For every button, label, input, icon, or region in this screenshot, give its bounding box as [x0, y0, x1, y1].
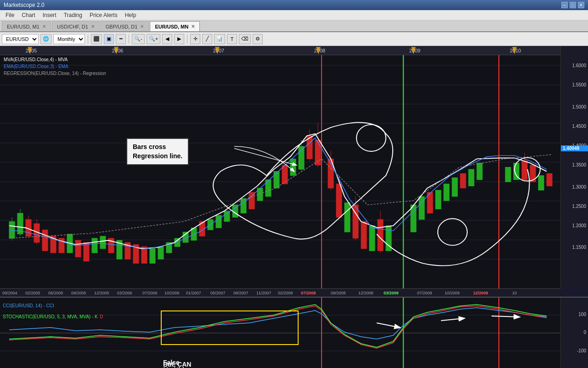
svg-rect-52: [175, 238, 180, 247]
price-1200: 1.2000: [572, 223, 586, 228]
titlebar: Marketscope 2.0 ─ □ ✕: [0, 0, 588, 10]
menu-trading[interactable]: Trading: [60, 11, 86, 19]
svg-rect-90: [452, 178, 458, 196]
scroll-right[interactable]: ▶: [174, 34, 184, 44]
tab-eurusd-mn[interactable]: EUR/USD, MN ✕: [150, 21, 200, 31]
svg-rect-77: [345, 203, 350, 232]
indicator-btn[interactable]: 📊: [214, 34, 225, 44]
time-09-2005: 09/2005: [71, 291, 86, 295]
tab-gbpusd-d1[interactable]: GBP/USD, D1 ✕: [101, 21, 149, 31]
separator-3: [187, 34, 187, 44]
svg-rect-88: [435, 190, 441, 209]
chart-type-candle[interactable]: ▣: [104, 34, 114, 44]
zoom-in[interactable]: 🔍+: [147, 34, 160, 44]
menu-price-alerts[interactable]: Price Alerts: [86, 11, 121, 19]
settings-btn[interactable]: ⚙: [253, 34, 263, 44]
svg-rect-100: [547, 173, 552, 186]
svg-rect-36: [42, 230, 48, 251]
time-07-2008: 07/2008: [301, 291, 316, 295]
svg-rect-99: [538, 176, 544, 190]
symbol-flag-btn[interactable]: 🌐: [40, 34, 51, 44]
crosshair-btn[interactable]: ✛: [190, 34, 200, 44]
svg-text:2010: 2010: [510, 48, 521, 53]
chart-type-line[interactable]: ━: [116, 34, 126, 44]
chart-type-bar[interactable]: ⬛: [91, 34, 102, 44]
svg-text:2009: 2009: [409, 48, 420, 53]
menu-file[interactable]: File: [2, 11, 18, 19]
profitable-annotation: But, CAN be profitable.: [163, 361, 194, 368]
price-1550: 1.5500: [572, 82, 586, 87]
scroll-left[interactable]: ◀: [162, 34, 172, 44]
price-1350: 1.3500: [572, 162, 586, 167]
tab-close-eurusd-mn[interactable]: ✕: [191, 24, 195, 29]
time-09-2008: 09/2008: [331, 291, 346, 295]
svg-rect-64: [274, 172, 279, 188]
svg-rect-93: [477, 163, 482, 179]
svg-rect-40: [75, 241, 81, 257]
svg-text:2008: 2008: [314, 48, 325, 53]
tab-close-gbpusd-d1[interactable]: ✕: [140, 24, 144, 29]
menu-insert[interactable]: Insert: [39, 11, 60, 19]
ind-price-neg100: -100: [577, 348, 586, 353]
chart-container[interactable]: 2005 2006 2007 2008 2009 2010 MVA(EUR/US…: [0, 46, 588, 288]
line-btn[interactable]: ╱: [202, 34, 212, 44]
tab-close-eurusd-m1[interactable]: ✕: [42, 24, 46, 29]
svg-rect-41: [84, 242, 89, 261]
ind-price-0: 0: [583, 330, 586, 335]
time-06-2005: 06/2005: [48, 291, 63, 295]
minimize-button[interactable]: ─: [561, 2, 568, 8]
timeframe-select[interactable]: Monthly M1M5H1D1W1: [53, 34, 85, 44]
time-09-2004: 09/2004: [2, 291, 17, 295]
stoch-d-label: D: [100, 314, 103, 319]
indicator-panel: CCI(EUR/USD, 14) - CCI STOCHASTIC(EUR/US…: [0, 297, 588, 368]
time-07-2009: 07/2009: [417, 291, 432, 295]
text-btn[interactable]: T: [227, 34, 237, 44]
time-11-2007: 11/2007: [256, 291, 271, 295]
price-1500: 1.5000: [572, 104, 586, 109]
indicator-label-mva: MVA(EUR/USD.Close,4) - MVA: [4, 56, 106, 63]
svg-rect-50: [158, 247, 164, 259]
eraser-btn[interactable]: ⌫: [239, 34, 251, 44]
time-03-2006: 03/2006: [117, 291, 132, 295]
price-1450: 1.4500: [572, 123, 586, 128]
indicator-label-ema: EMA(EUR/USD.Close,3) - EMA: [4, 63, 106, 70]
time-08-2007: 08/2007: [233, 291, 249, 295]
tabbar: EUR/USD, M1 ✕ USD/CHF, D1 ✕ GBP/USD, D1 …: [0, 20, 588, 32]
price-1250: 1.2500: [572, 203, 586, 208]
time-01-2007: 01/2007: [186, 291, 201, 295]
time-10: 10: [512, 291, 517, 295]
main-area: 2005 2006 2007 2008 2009 2010 MVA(EUR/US…: [0, 46, 588, 368]
symbol-select[interactable]: EUR/USD: [2, 34, 39, 44]
time-07-2006: 07/2006: [142, 291, 158, 295]
toolbar: EUR/USD 🌐 Monthly M1M5H1D1W1 ⬛ ▣ ━ 🔍- 🔍+…: [0, 32, 588, 46]
svg-rect-57: [216, 215, 221, 228]
maximize-button[interactable]: □: [570, 2, 576, 8]
app-title: Marketscope 2.0: [4, 2, 45, 8]
time-10-2006: 10/2006: [164, 291, 180, 295]
menu-help[interactable]: Help: [121, 11, 140, 19]
time-12-2009: 12/2009: [473, 291, 488, 295]
svg-rect-92: [469, 169, 474, 186]
menubar: File Chart Insert Trading Price Alerts H…: [0, 10, 588, 20]
bars-cross-annotation: Bars cross Regression line.: [126, 138, 189, 165]
current-price: 1.40049: [561, 145, 588, 151]
price-1600: 1.6000: [572, 63, 586, 68]
price-axis: 1.6000 1.5500 1.5000 1.4500 1.4000 1.350…: [560, 46, 588, 288]
titlebar-controls[interactable]: ─ □ ✕: [561, 2, 584, 8]
indicator-label-regression: REGRESSION(EUR/USD.Close, 14) - Regressi…: [4, 70, 106, 77]
svg-rect-94: [505, 167, 511, 182]
tab-usdchf-d1[interactable]: USD/CHF, D1 ✕: [52, 21, 100, 31]
tab-eurusd-m1[interactable]: EUR/USD, M1 ✕: [2, 21, 51, 31]
close-button[interactable]: ✕: [578, 2, 584, 8]
time-02-2008: 02/2008: [278, 291, 293, 295]
separator-2: [129, 34, 129, 44]
menu-chart[interactable]: Chart: [18, 11, 39, 19]
svg-rect-65: [282, 165, 288, 184]
tab-close-usdchf-d1[interactable]: ✕: [91, 24, 95, 29]
svg-text:2005: 2005: [26, 48, 37, 53]
separator-1: [88, 34, 88, 44]
svg-text:2007: 2007: [213, 48, 224, 53]
zoom-out[interactable]: 🔍-: [132, 34, 145, 44]
svg-rect-81: [369, 226, 375, 251]
svg-rect-58: [224, 211, 230, 222]
